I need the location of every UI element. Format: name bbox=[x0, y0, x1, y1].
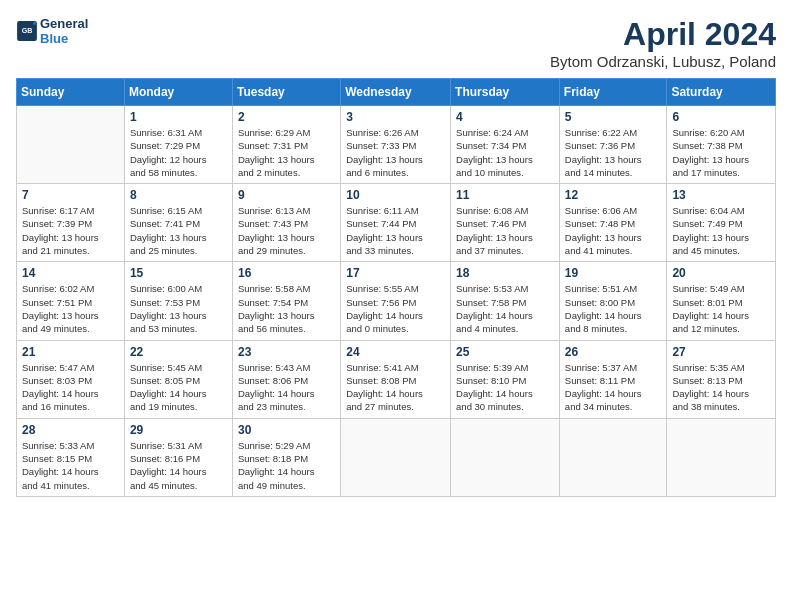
day-number: 16 bbox=[238, 266, 335, 280]
header-monday: Monday bbox=[124, 79, 232, 106]
calendar-week-row: 28Sunrise: 5:33 AM Sunset: 8:15 PM Dayli… bbox=[17, 418, 776, 496]
header-sunday: Sunday bbox=[17, 79, 125, 106]
day-number: 4 bbox=[456, 110, 554, 124]
calendar-cell: 22Sunrise: 5:45 AM Sunset: 8:05 PM Dayli… bbox=[124, 340, 232, 418]
day-info: Sunrise: 5:53 AM Sunset: 7:58 PM Dayligh… bbox=[456, 282, 554, 335]
header-thursday: Thursday bbox=[451, 79, 560, 106]
day-info: Sunrise: 5:41 AM Sunset: 8:08 PM Dayligh… bbox=[346, 361, 445, 414]
day-info: Sunrise: 6:22 AM Sunset: 7:36 PM Dayligh… bbox=[565, 126, 662, 179]
calendar-cell: 11Sunrise: 6:08 AM Sunset: 7:46 PM Dayli… bbox=[451, 184, 560, 262]
calendar-cell: 27Sunrise: 5:35 AM Sunset: 8:13 PM Dayli… bbox=[667, 340, 776, 418]
day-info: Sunrise: 5:49 AM Sunset: 8:01 PM Dayligh… bbox=[672, 282, 770, 335]
calendar-cell: 20Sunrise: 5:49 AM Sunset: 8:01 PM Dayli… bbox=[667, 262, 776, 340]
day-info: Sunrise: 5:58 AM Sunset: 7:54 PM Dayligh… bbox=[238, 282, 335, 335]
calendar-cell: 6Sunrise: 6:20 AM Sunset: 7:38 PM Daylig… bbox=[667, 106, 776, 184]
header-wednesday: Wednesday bbox=[341, 79, 451, 106]
calendar-cell bbox=[17, 106, 125, 184]
day-info: Sunrise: 5:45 AM Sunset: 8:05 PM Dayligh… bbox=[130, 361, 227, 414]
calendar-cell: 26Sunrise: 5:37 AM Sunset: 8:11 PM Dayli… bbox=[559, 340, 667, 418]
day-info: Sunrise: 5:51 AM Sunset: 8:00 PM Dayligh… bbox=[565, 282, 662, 335]
day-number: 11 bbox=[456, 188, 554, 202]
calendar-title: April 2024 bbox=[550, 16, 776, 53]
logo-icon: GB bbox=[16, 20, 38, 42]
day-info: Sunrise: 6:04 AM Sunset: 7:49 PM Dayligh… bbox=[672, 204, 770, 257]
calendar-week-row: 1Sunrise: 6:31 AM Sunset: 7:29 PM Daylig… bbox=[17, 106, 776, 184]
calendar-cell: 5Sunrise: 6:22 AM Sunset: 7:36 PM Daylig… bbox=[559, 106, 667, 184]
calendar-cell bbox=[341, 418, 451, 496]
day-info: Sunrise: 5:29 AM Sunset: 8:18 PM Dayligh… bbox=[238, 439, 335, 492]
calendar-cell: 4Sunrise: 6:24 AM Sunset: 7:34 PM Daylig… bbox=[451, 106, 560, 184]
day-number: 30 bbox=[238, 423, 335, 437]
calendar-cell: 21Sunrise: 5:47 AM Sunset: 8:03 PM Dayli… bbox=[17, 340, 125, 418]
day-number: 7 bbox=[22, 188, 119, 202]
day-number: 27 bbox=[672, 345, 770, 359]
day-info: Sunrise: 6:20 AM Sunset: 7:38 PM Dayligh… bbox=[672, 126, 770, 179]
day-number: 9 bbox=[238, 188, 335, 202]
header-tuesday: Tuesday bbox=[232, 79, 340, 106]
logo-general-text: General bbox=[40, 16, 88, 31]
header-friday: Friday bbox=[559, 79, 667, 106]
page-header: GB General Blue April 2024 Bytom Odrzans… bbox=[16, 16, 776, 70]
calendar-subtitle: Bytom Odrzanski, Lubusz, Poland bbox=[550, 53, 776, 70]
day-number: 6 bbox=[672, 110, 770, 124]
calendar-cell: 3Sunrise: 6:26 AM Sunset: 7:33 PM Daylig… bbox=[341, 106, 451, 184]
calendar-cell: 18Sunrise: 5:53 AM Sunset: 7:58 PM Dayli… bbox=[451, 262, 560, 340]
calendar-week-row: 7Sunrise: 6:17 AM Sunset: 7:39 PM Daylig… bbox=[17, 184, 776, 262]
day-info: Sunrise: 6:29 AM Sunset: 7:31 PM Dayligh… bbox=[238, 126, 335, 179]
day-number: 5 bbox=[565, 110, 662, 124]
day-number: 10 bbox=[346, 188, 445, 202]
day-info: Sunrise: 6:24 AM Sunset: 7:34 PM Dayligh… bbox=[456, 126, 554, 179]
day-number: 18 bbox=[456, 266, 554, 280]
day-info: Sunrise: 6:02 AM Sunset: 7:51 PM Dayligh… bbox=[22, 282, 119, 335]
title-block: April 2024 Bytom Odrzanski, Lubusz, Pola… bbox=[550, 16, 776, 70]
day-info: Sunrise: 5:33 AM Sunset: 8:15 PM Dayligh… bbox=[22, 439, 119, 492]
day-info: Sunrise: 6:11 AM Sunset: 7:44 PM Dayligh… bbox=[346, 204, 445, 257]
calendar-cell: 1Sunrise: 6:31 AM Sunset: 7:29 PM Daylig… bbox=[124, 106, 232, 184]
day-number: 14 bbox=[22, 266, 119, 280]
day-info: Sunrise: 5:31 AM Sunset: 8:16 PM Dayligh… bbox=[130, 439, 227, 492]
day-info: Sunrise: 5:47 AM Sunset: 8:03 PM Dayligh… bbox=[22, 361, 119, 414]
calendar-cell: 25Sunrise: 5:39 AM Sunset: 8:10 PM Dayli… bbox=[451, 340, 560, 418]
calendar-cell bbox=[667, 418, 776, 496]
calendar-cell: 23Sunrise: 5:43 AM Sunset: 8:06 PM Dayli… bbox=[232, 340, 340, 418]
day-number: 23 bbox=[238, 345, 335, 359]
day-number: 13 bbox=[672, 188, 770, 202]
day-info: Sunrise: 6:31 AM Sunset: 7:29 PM Dayligh… bbox=[130, 126, 227, 179]
day-number: 2 bbox=[238, 110, 335, 124]
day-number: 29 bbox=[130, 423, 227, 437]
day-number: 25 bbox=[456, 345, 554, 359]
day-info: Sunrise: 6:08 AM Sunset: 7:46 PM Dayligh… bbox=[456, 204, 554, 257]
day-info: Sunrise: 6:17 AM Sunset: 7:39 PM Dayligh… bbox=[22, 204, 119, 257]
logo-blue-text: Blue bbox=[40, 31, 68, 46]
calendar-cell: 12Sunrise: 6:06 AM Sunset: 7:48 PM Dayli… bbox=[559, 184, 667, 262]
day-info: Sunrise: 6:15 AM Sunset: 7:41 PM Dayligh… bbox=[130, 204, 227, 257]
day-number: 26 bbox=[565, 345, 662, 359]
day-info: Sunrise: 5:43 AM Sunset: 8:06 PM Dayligh… bbox=[238, 361, 335, 414]
calendar-cell: 14Sunrise: 6:02 AM Sunset: 7:51 PM Dayli… bbox=[17, 262, 125, 340]
calendar-cell: 30Sunrise: 5:29 AM Sunset: 8:18 PM Dayli… bbox=[232, 418, 340, 496]
calendar-cell: 13Sunrise: 6:04 AM Sunset: 7:49 PM Dayli… bbox=[667, 184, 776, 262]
day-info: Sunrise: 6:06 AM Sunset: 7:48 PM Dayligh… bbox=[565, 204, 662, 257]
svg-text:GB: GB bbox=[22, 27, 33, 35]
day-number: 21 bbox=[22, 345, 119, 359]
day-number: 3 bbox=[346, 110, 445, 124]
day-number: 24 bbox=[346, 345, 445, 359]
calendar-cell: 29Sunrise: 5:31 AM Sunset: 8:16 PM Dayli… bbox=[124, 418, 232, 496]
calendar-cell: 10Sunrise: 6:11 AM Sunset: 7:44 PM Dayli… bbox=[341, 184, 451, 262]
calendar-week-row: 21Sunrise: 5:47 AM Sunset: 8:03 PM Dayli… bbox=[17, 340, 776, 418]
calendar-cell: 24Sunrise: 5:41 AM Sunset: 8:08 PM Dayli… bbox=[341, 340, 451, 418]
day-info: Sunrise: 6:13 AM Sunset: 7:43 PM Dayligh… bbox=[238, 204, 335, 257]
day-number: 19 bbox=[565, 266, 662, 280]
calendar-cell: 7Sunrise: 6:17 AM Sunset: 7:39 PM Daylig… bbox=[17, 184, 125, 262]
calendar-cell: 2Sunrise: 6:29 AM Sunset: 7:31 PM Daylig… bbox=[232, 106, 340, 184]
day-info: Sunrise: 5:39 AM Sunset: 8:10 PM Dayligh… bbox=[456, 361, 554, 414]
day-info: Sunrise: 5:37 AM Sunset: 8:11 PM Dayligh… bbox=[565, 361, 662, 414]
calendar-table: SundayMondayTuesdayWednesdayThursdayFrid… bbox=[16, 78, 776, 497]
calendar-cell: 16Sunrise: 5:58 AM Sunset: 7:54 PM Dayli… bbox=[232, 262, 340, 340]
day-info: Sunrise: 5:35 AM Sunset: 8:13 PM Dayligh… bbox=[672, 361, 770, 414]
calendar-cell: 28Sunrise: 5:33 AM Sunset: 8:15 PM Dayli… bbox=[17, 418, 125, 496]
day-number: 1 bbox=[130, 110, 227, 124]
calendar-cell: 15Sunrise: 6:00 AM Sunset: 7:53 PM Dayli… bbox=[124, 262, 232, 340]
calendar-cell: 9Sunrise: 6:13 AM Sunset: 7:43 PM Daylig… bbox=[232, 184, 340, 262]
day-info: Sunrise: 6:00 AM Sunset: 7:53 PM Dayligh… bbox=[130, 282, 227, 335]
